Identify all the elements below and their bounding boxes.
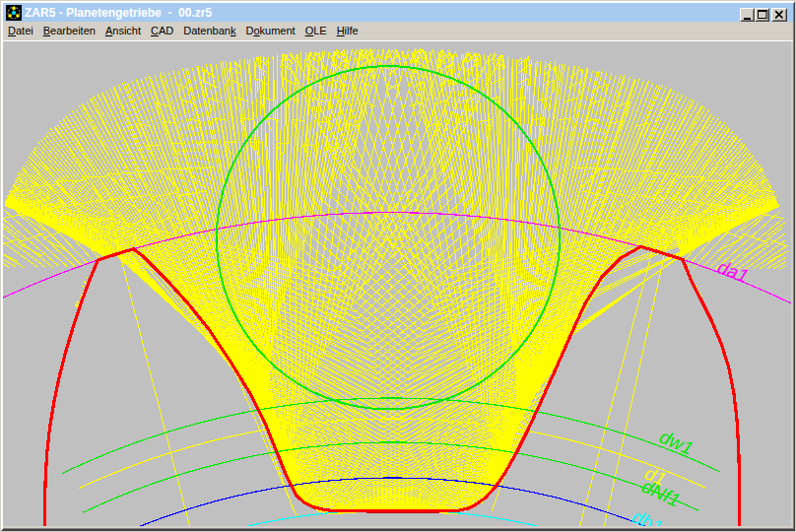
- svg-text:db1: db1: [629, 506, 666, 526]
- svg-text:dw1: dw1: [656, 426, 696, 458]
- svg-text:dNf1: dNf1: [638, 476, 683, 511]
- svg-text:da1: da1: [715, 256, 752, 287]
